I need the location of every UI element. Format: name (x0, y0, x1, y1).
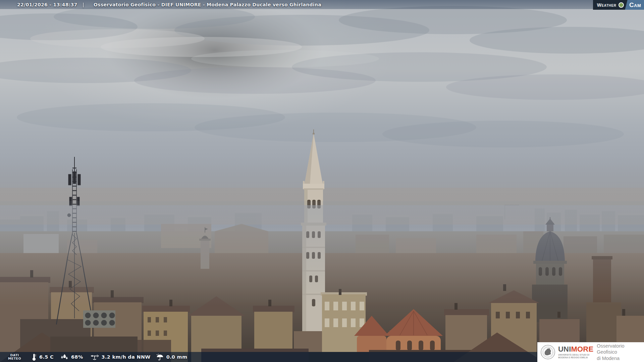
water-drops-icon (60, 354, 68, 361)
unimore-brand-more: MORE (571, 345, 594, 353)
camera-title: Osservatorio Geofisico - DIEF UNIMORE - … (94, 2, 321, 7)
unimore-credit-box: UNIMORE UNIVERSITÀ DEGLI STUDI DI MODENA… (537, 342, 644, 362)
rain-umbrella-icon (156, 354, 164, 361)
top-status-bar: 22/01/2026 - 13:48:37 | Osservatorio Geo… (0, 0, 644, 9)
wind-vane-icon (90, 354, 99, 360)
unimore-seal (540, 345, 555, 360)
webcam-frame: 22/01/2026 - 13:48:37 | Osservatorio Geo… (0, 0, 644, 362)
unimore-subtitle-line1: UNIVERSITÀ DEGLI STUDI DI (558, 354, 593, 356)
rain-reading: 0.0 mm (156, 354, 187, 361)
unimore-brand-uni: UNI (558, 345, 571, 353)
timestamp: 22/01/2026 - 13:48:37 (17, 2, 77, 7)
temperature-reading: 6.5 C (32, 353, 54, 361)
separator: | (83, 2, 84, 7)
weathercam-brand-cam: Cam (629, 1, 641, 9)
unimore-subtitle-line2: MODENA E REGGIO EMILIA (558, 356, 593, 359)
humidity-reading: 68% (60, 354, 83, 361)
observatory-name-line2: di Modena (597, 355, 644, 362)
wind-reading: 3.2 km/h da NNW (90, 354, 151, 360)
rain-value: 0.0 mm (166, 354, 187, 360)
observatory-name: Osservatorio Geofisico di Modena (597, 343, 644, 362)
thermometer-icon (32, 353, 37, 361)
meteo-label: DATI METEO (8, 354, 21, 361)
clouds (0, 5, 644, 147)
weathercam-brand-cam-badge: Cam (625, 0, 644, 10)
webcam-photo (0, 0, 644, 362)
humidity-value: 68% (71, 354, 83, 360)
unimore-wordmark: UNIMORE UNIVERSITÀ DEGLI STUDI DI MODENA… (558, 346, 593, 359)
weathercam-logo: Weather Cam (593, 0, 644, 10)
temperature-value: 6.5 C (39, 354, 54, 360)
weathercam-brand-weather: Weather (597, 2, 616, 8)
wind-value: 3.2 km/h da NNW (102, 354, 151, 360)
camera-lens-icon (619, 2, 624, 8)
observatory-name-line1: Osservatorio Geofisico (597, 343, 644, 355)
meteo-label-line2: METEO (8, 357, 21, 361)
